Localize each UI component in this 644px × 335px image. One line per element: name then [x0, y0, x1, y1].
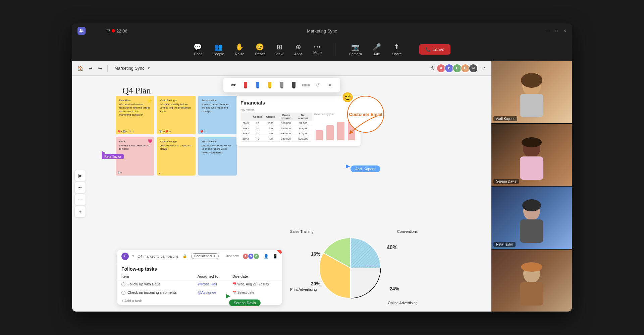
red-marker-tool[interactable] — [241, 80, 250, 90]
svg-point-27 — [521, 262, 542, 272]
dark-marker-tool[interactable] — [289, 80, 299, 90]
badge-chevron: ▼ — [213, 255, 216, 258]
task-row-1: Follow up with Dave @Ross Hall 📅 Wed, Au… — [117, 280, 282, 288]
financials-box: Financials Key metrics Clients Orders Gr… — [236, 96, 361, 146]
due-col-header: Due date — [228, 273, 282, 280]
gray-marker-tool[interactable] — [277, 80, 286, 90]
video-tile-reta: Reta Taylor — [491, 187, 572, 249]
people-button[interactable]: 👥 People — [213, 43, 224, 56]
note-4-text: Introduce auto-reordering to notes — [119, 144, 151, 151]
yellow-marker-tool[interactable] — [265, 80, 274, 90]
canvas-nav-icons: ⏱ A B C D +6 ↗ — [430, 64, 487, 73]
blue-marker-tool[interactable] — [253, 80, 262, 90]
svg-rect-19 — [520, 94, 543, 117]
followup-tasks-card: P ▼ Q4 marketing campaigns 🔒 Confidentia… — [117, 250, 282, 305]
add-button[interactable]: ＋ — [75, 206, 86, 217]
more-button[interactable]: ••• More — [313, 44, 322, 55]
leave-label: Leave — [433, 47, 444, 52]
react-button[interactable]: 😊 React — [255, 43, 265, 56]
share-label: Share — [392, 52, 401, 56]
react-label: React — [255, 52, 265, 56]
video-bg-4 — [491, 250, 572, 312]
svg-rect-8 — [281, 87, 283, 88]
followup-card-inner: P ▼ Q4 marketing campaigns 🔒 Confidentia… — [117, 250, 282, 305]
view-button[interactable]: ⊞ View — [275, 43, 283, 56]
close-button[interactable]: ✕ — [563, 28, 567, 33]
close-toolbar-button[interactable]: ✕ — [325, 80, 335, 90]
table-row: 20XX30300$30,000$25,000 — [240, 131, 312, 136]
campaign-label: Q4 marketing campaigns — [138, 254, 178, 258]
title-bar: 🛡 22:06 Marketing Sync ─ □ ✕ — [72, 23, 572, 38]
svg-rect-7 — [280, 82, 283, 88]
pen-tool[interactable]: ✒ — [75, 182, 86, 193]
video-panel: Aadi Kapoor Serena Davis — [491, 61, 572, 312]
svg-rect-9 — [292, 82, 296, 88]
task-1-radio[interactable] — [121, 282, 125, 286]
followup-title: Follow-up tasks — [117, 263, 282, 273]
sticky-note-5[interactable]: Colin Ballinger Add statistics to the bo… — [157, 137, 196, 176]
participants-icon: 👤 — [264, 254, 269, 259]
meeting-toolbar: 💬 Chat 👥 People ✋ Raise 😊 React ⊞ View ⊕… — [72, 38, 572, 61]
card-participant-avatars: A B C — [244, 253, 260, 260]
svg-rect-10 — [293, 87, 295, 88]
task-2-radio[interactable] — [121, 291, 125, 295]
window-title: Marketing Sync — [307, 28, 337, 34]
left-toolbar: ▶ ✒ − ＋ — [75, 170, 86, 217]
mic-button[interactable]: 🎤 Mic — [373, 43, 381, 56]
chat-button[interactable]: 💬 Chat — [194, 43, 202, 56]
pencil-tool[interactable]: ✏ — [229, 80, 238, 90]
task-row-2: Check on incoming shipments @Assignee 📅 … — [117, 288, 282, 297]
note-5-author: Colin Ballinger — [160, 140, 192, 143]
view-icon: ⊞ — [277, 43, 282, 51]
note-5-text: Add statistics to the board usage — [160, 144, 192, 151]
zoom-out-button[interactable]: − — [75, 194, 86, 205]
sticky-notes-grid: Elva Akins We need to do more research t… — [116, 96, 237, 176]
serena-davis-nametag: Serena Davis — [229, 299, 261, 306]
lock-icon: 🔒 — [182, 254, 187, 258]
serena-person — [491, 124, 572, 186]
camera-button[interactable]: 📷 Camera — [349, 43, 362, 56]
maximize-button[interactable]: □ — [555, 28, 558, 33]
q4-plan-title: Q4 Plan — [122, 86, 151, 96]
apps-button[interactable]: ⊕ Apps — [294, 43, 303, 56]
note-2-author: Colin Ballinger — [160, 99, 192, 102]
sticky-note-3[interactable]: Jessica Kline Have a recent changes log … — [198, 96, 237, 134]
svg-rect-1 — [244, 82, 247, 88]
task-2-item: Check on incoming shipments — [117, 288, 194, 297]
followup-chevron[interactable]: ▼ — [131, 254, 135, 258]
share-button[interactable]: ⬆ Share — [392, 43, 401, 56]
pct-print-advertising: 20% — [311, 281, 320, 286]
home-button[interactable]: 🏠 — [76, 64, 85, 72]
note-2-reactions: 💬20 ❤️10 — [159, 130, 171, 133]
raise-button[interactable]: ✋ Raise — [235, 43, 244, 56]
sticky-note-2[interactable]: Colin Ballinger Identify usability befor… — [157, 96, 196, 134]
minimize-button[interactable]: ─ — [547, 28, 550, 33]
video-bg-reta — [491, 187, 572, 249]
aadi-person — [491, 61, 572, 123]
select-tool[interactable]: ▶ — [75, 170, 86, 181]
note-3-author: Jessica Kline — [202, 99, 233, 102]
leave-button[interactable]: 📞 Leave — [419, 44, 450, 55]
sticky-note-1[interactable]: Elva Akins We need to do more research t… — [116, 96, 154, 134]
pie-chart — [317, 234, 384, 302]
video-tile-4 — [491, 250, 572, 312]
sticky-note-6[interactable]: Jessica Kline Add audio control, so the … — [198, 137, 237, 176]
note-1-author: Elva Akins — [119, 99, 151, 102]
pct-online-advertising: 24% — [390, 286, 399, 291]
confidential-badge: Confidential ▼ — [191, 253, 219, 259]
note-6-author: Jessica Kline — [202, 140, 233, 143]
share-canvas-button[interactable]: ↗ — [481, 64, 487, 72]
mic-icon: 🎤 — [373, 43, 381, 51]
redo-button[interactable]: ↪ — [97, 64, 103, 72]
orders-col: Orders — [264, 113, 277, 121]
ruler-tool[interactable] — [301, 80, 311, 90]
svg-point-24 — [522, 199, 541, 211]
followup-table: Item Assigned to Due date Follow up with… — [117, 273, 282, 297]
pct-conventions: 40% — [387, 245, 397, 251]
canvas-name-chevron[interactable]: ▼ — [147, 66, 151, 70]
undo-drawing-button[interactable]: ↺ — [313, 80, 323, 90]
pie-chart-area: Conventions Sales Training Print Adverti… — [290, 228, 418, 308]
note-5-reactions: • • — [159, 172, 161, 174]
raise-label: Raise — [235, 52, 244, 56]
undo-button[interactable]: ↩ — [87, 64, 94, 72]
